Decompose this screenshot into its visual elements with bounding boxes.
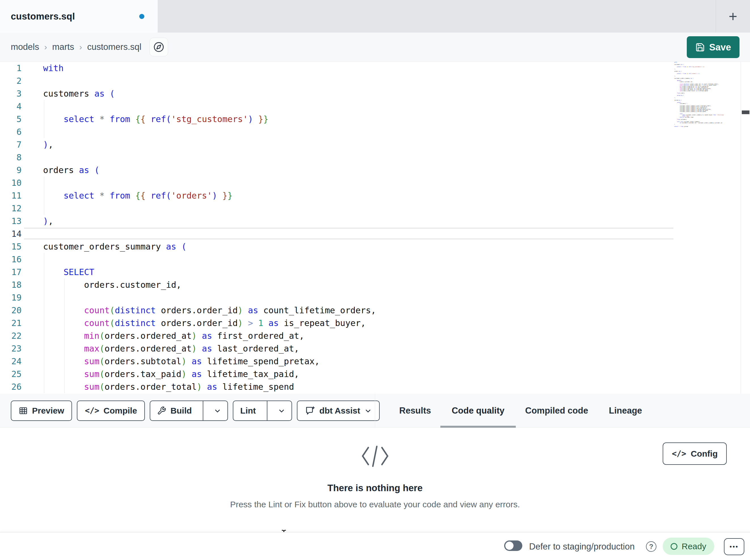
line-number: 11 bbox=[0, 189, 22, 202]
line-number: 8 bbox=[0, 151, 22, 164]
indent-guide bbox=[64, 304, 65, 317]
action-toolbar: Preview </> Compile Build bbox=[0, 394, 750, 428]
line-number: 6 bbox=[0, 125, 22, 138]
indent-guide bbox=[64, 317, 65, 329]
code-line-12[interactable]: 12 bbox=[0, 202, 750, 215]
panel-tab-lineage[interactable]: Lineage bbox=[609, 394, 642, 428]
compile-label: Compile bbox=[103, 406, 137, 416]
panel-tab-results[interactable]: Results bbox=[399, 394, 431, 428]
code-line-11[interactable]: 11 select * from {{ ref('orders') }} bbox=[0, 189, 750, 202]
code-lines: 1with2 3customers as (4 5 select * from … bbox=[0, 62, 750, 393]
preview-label: Preview bbox=[32, 406, 64, 416]
build-split-button: Build bbox=[150, 400, 228, 421]
build-button[interactable]: Build bbox=[150, 401, 198, 420]
code-line-20[interactable]: 20 count(distinct orders.order_id) as co… bbox=[0, 304, 750, 317]
code-line-24[interactable]: 24 sum(orders.subtotal) as lifetime_spen… bbox=[0, 355, 750, 368]
code-line-23[interactable]: 23 max(orders.ordered_at) as last_ordere… bbox=[0, 342, 750, 355]
empty-state-subtitle: Press the Lint or Fix button above to ev… bbox=[230, 500, 520, 509]
dbt-ide-window: customers.sql + models › marts › custome… bbox=[0, 0, 750, 560]
code-text: ), bbox=[22, 215, 53, 227]
defer-toggle[interactable] bbox=[504, 540, 522, 551]
build-dropdown-button[interactable] bbox=[208, 401, 228, 420]
panel-tab-code-quality[interactable]: Code quality bbox=[452, 394, 505, 428]
code-text: count(distinct orders.order_id) > 1 as i… bbox=[22, 317, 366, 329]
lint-split-button: Lint bbox=[233, 400, 292, 421]
code-line-21[interactable]: 21 count(distinct orders.order_id) > 1 a… bbox=[0, 317, 750, 329]
code-line-26[interactable]: 26 sum(orders.order_total) as lifetime_s… bbox=[0, 380, 750, 393]
line-number: 12 bbox=[0, 202, 22, 215]
line-number: 13 bbox=[0, 215, 22, 227]
lint-dropdown-button[interactable] bbox=[272, 401, 292, 420]
compass-icon bbox=[153, 41, 164, 53]
new-tab-button[interactable]: + bbox=[729, 9, 737, 24]
toggle-knob bbox=[505, 542, 514, 550]
code-line-1[interactable]: 1with bbox=[0, 62, 750, 75]
line-number: 14 bbox=[0, 227, 22, 240]
line-number: 10 bbox=[0, 177, 22, 189]
more-options-button[interactable]: ••• bbox=[724, 538, 744, 555]
minimap[interactable]: with customers as ( select * from {{ ref… bbox=[674, 62, 740, 127]
breadcrumb-customers-sql[interactable]: customers.sql bbox=[87, 42, 141, 52]
code-line-17[interactable]: 17 SELECT bbox=[0, 266, 750, 278]
code-line-3[interactable]: 3customers as ( bbox=[0, 87, 750, 100]
line-number: 1 bbox=[0, 62, 22, 75]
code-line-8[interactable]: 8 bbox=[0, 151, 750, 164]
breadcrumb-marts[interactable]: marts bbox=[52, 42, 74, 52]
minimap-line: select * from joined bbox=[674, 126, 740, 127]
code-line-5[interactable]: 5 select * from {{ ref('stg_customers') … bbox=[0, 113, 750, 125]
status-bar: Defer to staging/production ? Ready ••• bbox=[0, 532, 750, 560]
code-text: sum(orders.tax_paid) as lifetime_tax_pai… bbox=[22, 368, 299, 380]
editor-scrollbar-thumb[interactable] bbox=[742, 110, 749, 114]
code-line-2[interactable]: 2 bbox=[0, 75, 750, 87]
code-brackets-icon: </> bbox=[672, 449, 686, 458]
code-line-6[interactable]: 6 bbox=[0, 125, 750, 138]
file-tab-customers-sql[interactable]: customers.sql bbox=[0, 0, 158, 33]
code-line-4[interactable]: 4 bbox=[0, 100, 750, 113]
code-brackets-large-icon bbox=[358, 444, 392, 468]
save-button[interactable]: Save bbox=[687, 36, 739, 58]
line-number: 21 bbox=[0, 317, 22, 329]
compile-button[interactable]: </> Compile bbox=[77, 400, 145, 421]
line-number: 26 bbox=[0, 380, 22, 393]
indent-guide bbox=[64, 329, 65, 342]
code-line-22[interactable]: 22 min(orders.ordered_at) as first_order… bbox=[0, 329, 750, 342]
save-label: Save bbox=[709, 42, 731, 53]
code-line-14[interactable]: 14 bbox=[0, 227, 750, 240]
code-editor[interactable]: 1with2 3customers as (4 5 select * from … bbox=[0, 62, 750, 394]
code-line-16[interactable]: 16 bbox=[0, 253, 750, 266]
code-line-13[interactable]: 13), bbox=[0, 215, 750, 227]
panel-tab-compiled-code[interactable]: Compiled code bbox=[525, 394, 588, 428]
config-label: Config bbox=[691, 449, 718, 459]
help-icon[interactable]: ? bbox=[646, 541, 656, 552]
chevron-down-icon bbox=[278, 407, 285, 414]
copilot-button[interactable] bbox=[150, 38, 168, 56]
code-line-10[interactable]: 10 bbox=[0, 177, 750, 189]
dbt-assist-label: dbt Assist bbox=[319, 406, 360, 416]
empty-state: There is nothing here Press the Lint or … bbox=[230, 444, 520, 509]
lint-button[interactable]: Lint bbox=[233, 401, 262, 420]
code-brackets-icon: </> bbox=[85, 406, 99, 415]
editor-scrollbar-track[interactable] bbox=[741, 62, 750, 394]
indent-guide bbox=[64, 368, 65, 380]
defer-label: Defer to staging/production bbox=[529, 533, 635, 560]
config-button[interactable]: </> Config bbox=[663, 442, 727, 465]
empty-state-title: There is nothing here bbox=[328, 483, 423, 494]
code-line-9[interactable]: 9orders as ( bbox=[0, 164, 750, 177]
code-text: with bbox=[22, 62, 63, 75]
code-line-15[interactable]: 15customer_orders_summary as ( bbox=[0, 240, 750, 253]
line-number: 17 bbox=[0, 266, 22, 278]
code-line-7[interactable]: 7), bbox=[0, 138, 750, 151]
results-panel-tabs: ResultsCode qualityCompiled codeLineage bbox=[399, 394, 642, 428]
code-line-18[interactable]: 18 orders.customer_id, bbox=[0, 278, 750, 291]
dbt-assist-button[interactable]: dbt Assist bbox=[297, 400, 380, 421]
line-number: 24 bbox=[0, 355, 22, 368]
breadcrumb-separator: › bbox=[79, 42, 82, 52]
new-tab-zone: + bbox=[716, 0, 750, 33]
code-line-25[interactable]: 25 sum(orders.tax_paid) as lifetime_tax_… bbox=[0, 368, 750, 380]
code-text: customer_orders_summary as ( bbox=[22, 240, 186, 253]
preview-button[interactable]: Preview bbox=[11, 400, 72, 421]
line-number: 25 bbox=[0, 368, 22, 380]
line-number: 3 bbox=[0, 87, 22, 100]
code-line-19[interactable]: 19 bbox=[0, 291, 750, 304]
breadcrumb-models[interactable]: models bbox=[11, 42, 39, 52]
